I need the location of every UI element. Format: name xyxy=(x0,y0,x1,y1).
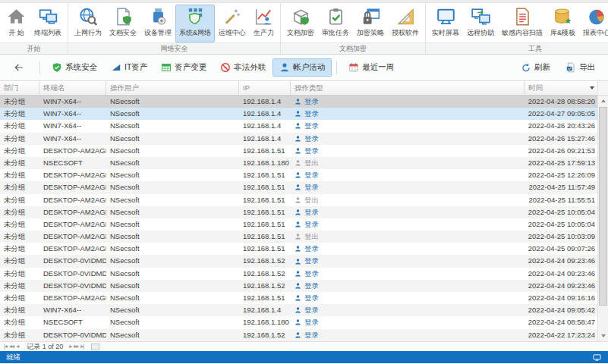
illegal-conn-icon xyxy=(220,62,231,73)
pager-prev-page-button[interactable]: ◂◂ xyxy=(9,343,14,350)
scroll-down-button[interactable] xyxy=(598,331,608,341)
toolbar-tab-it-asset[interactable]: IT资产 xyxy=(104,58,154,77)
cell-dept: 未分组 xyxy=(0,120,39,132)
ribbon-item-licensed-sw[interactable]: 授权软件 xyxy=(388,5,423,42)
cell-user: NSecsoft xyxy=(106,292,239,304)
table-row[interactable]: 未分组 WIN7-X64-- NSecsoft 192.168.1.4 登录 2… xyxy=(0,133,597,145)
scroll-up-button[interactable] xyxy=(598,96,608,106)
ribbon-item-remote-assist[interactable]: 远程协助 xyxy=(463,5,498,42)
column-header[interactable]: 终端名 xyxy=(39,81,106,95)
ribbon-item-encrypt-policy[interactable]: 加密策略 xyxy=(353,5,388,42)
cell-action: 登录 xyxy=(291,280,525,292)
cell-dept: 未分组 xyxy=(0,231,39,243)
table-row[interactable]: 未分组 DESKTOP-AM2AGL3 NSecsoft 192.168.1.5… xyxy=(0,292,597,304)
ribbon-item-report-center[interactable]: 报表中心 xyxy=(579,5,608,42)
cell-ip: 192.168.1.180 xyxy=(239,316,291,328)
refresh-button[interactable]: 刷新 xyxy=(514,58,557,77)
table-row[interactable]: 未分组 WIN7-X64-- NSecsoft 192.168.1.4 登录 2… xyxy=(0,304,597,316)
ribbon-item-ops-center[interactable]: 运维中心 xyxy=(215,5,250,42)
cell-user: NSecsoft xyxy=(106,316,239,328)
ribbon-item-terminals[interactable]: 终端列表 xyxy=(30,5,65,42)
remote-assist-icon xyxy=(471,7,491,27)
ribbon-item-realtime-screen[interactable]: 实时屏幕 xyxy=(428,5,463,42)
cell-terminal: DESKTOP-AM2AGL3 xyxy=(39,206,106,218)
table-row[interactable]: 未分组 DESKTOP-AM2AGL3 NSecsoft 192.168.1.5… xyxy=(0,243,597,255)
cell-ip: 192.168.1.52 xyxy=(239,255,291,267)
table-row[interactable]: 未分组 WIN7-X64-- NSecsoft 192.168.1.4 登录 2… xyxy=(0,96,597,108)
table-row[interactable]: 未分组 DESKTOP-0VIDMDJ NSecsoft 192.168.1.5… xyxy=(0,268,597,280)
table-row[interactable]: 未分组 NSECSOFT NSecsoft 192.168.1.180 登录 2… xyxy=(0,316,597,328)
cell-user: NSecsoft xyxy=(106,243,239,255)
vertical-scrollbar[interactable] xyxy=(597,81,608,341)
ribbon-item-doc-encrypt[interactable]: 文档加密 xyxy=(283,5,318,42)
toolbar-tab-account-activity[interactable]: 帐户活动 xyxy=(272,58,332,77)
pager-next-page-button[interactable]: ▸▸ xyxy=(74,343,78,350)
ribbon-item-approval[interactable]: 审批任务 xyxy=(318,5,353,42)
cell-ip: 192.168.1.51 xyxy=(239,181,291,193)
cell-ip: 192.168.1.52 xyxy=(239,280,291,292)
table-row[interactable]: 未分组 DESKTOP-0VIDMDJ NSecsoft 192.168.1.5… xyxy=(0,255,597,267)
ops-center-icon xyxy=(222,7,243,27)
column-header[interactable]: 操作类型 xyxy=(291,81,525,95)
ribbon-item-doc-security[interactable]: 文档安全 xyxy=(106,5,140,42)
ribbon-item-device-mgmt[interactable]: 设备管理 xyxy=(140,5,175,42)
cell-user: NSecsoft xyxy=(106,194,239,206)
device-mgmt-icon xyxy=(148,7,169,27)
cell-user: NSecsoft xyxy=(106,157,239,169)
cell-dept: 未分组 xyxy=(0,194,39,206)
cell-time: 2022-04-25 10:05:04 xyxy=(525,206,597,218)
ribbon-item-productivity[interactable]: 生产力 xyxy=(250,5,278,42)
table-row[interactable]: 未分组 DESKTOP-0VIDMDJ NSecsoft 192.168.1.5… xyxy=(0,280,597,292)
action-label: 登录 xyxy=(304,243,319,255)
ribbon-item-label: 加密策略 xyxy=(357,28,384,38)
cell-time: 2022-04-25 09:07:26 xyxy=(525,243,597,255)
cell-dept: 未分组 xyxy=(0,181,39,193)
table-row[interactable]: 未分组 DESKTOP-AM2AGL3 NSecsoft 192.168.1.5… xyxy=(0,145,597,157)
toolbar-tab-illegal-conn[interactable]: 非法外联 xyxy=(213,58,272,77)
export-button[interactable]: 导出 xyxy=(559,58,602,77)
action-label: 登录 xyxy=(304,181,319,193)
column-header[interactable]: 部门 xyxy=(0,81,39,95)
monitor-small-icon[interactable] xyxy=(592,353,602,362)
table-row[interactable]: 未分组 DESKTOP-AM2AGL3 NSecsoft 192.168.1.5… xyxy=(0,231,597,243)
cell-action: 登出 xyxy=(291,194,525,206)
pager-first-button[interactable]: |◂ xyxy=(4,343,7,350)
cell-user: NSecsoft xyxy=(106,218,239,231)
ribbon-item-library-template[interactable]: 库&模板 xyxy=(547,5,579,42)
table-row[interactable]: 未分组 WIN7-X64-- NSecsoft 192.168.1.4 登录 2… xyxy=(0,108,597,120)
table-row[interactable]: 未分组 DESKTOP-AM2AGL3 NSecsoft 192.168.1.5… xyxy=(0,169,597,181)
ribbon-item-system-network[interactable]: 系统&网络 xyxy=(175,5,215,42)
scrollbar-thumb[interactable] xyxy=(599,107,607,306)
toolbar-tab-shield-check[interactable]: 系统安全 xyxy=(45,58,104,77)
back-button[interactable] xyxy=(6,59,32,76)
cell-action: 登录 xyxy=(291,133,525,145)
table-row[interactable]: 未分组 DESKTOP-AM2AGL3 NSecsoft 192.168.1.5… xyxy=(0,181,597,193)
pager-record-text: 记录 1 of 20 xyxy=(27,342,63,352)
ribbon-item-content-scan[interactable]: 敏感内容扫描 xyxy=(498,5,547,42)
ribbon-item-home[interactable]: 开 始 xyxy=(2,5,30,42)
table-row[interactable]: 未分组 DESKTOP-0VIDMDJ NSecsoft 192.168.1.5… xyxy=(0,329,597,341)
cell-action: 登录 xyxy=(291,145,525,157)
table-row[interactable]: 未分组 WIN7-X64-- NSecsoft 192.168.1.4 登录 2… xyxy=(0,120,597,132)
pager-next-button[interactable]: ▸ xyxy=(69,343,71,350)
action-label: 登录 xyxy=(304,280,319,292)
pager-edit-box[interactable] xyxy=(91,344,99,350)
table-row[interactable]: 未分组 NSECSOFT NSecsoft 192.168.1.180 登出 2… xyxy=(0,157,597,169)
column-header[interactable]: 时间 xyxy=(525,81,597,95)
cell-user: NSecsoft xyxy=(106,96,239,108)
ribbon-item-web-behavior[interactable]: 上网行为 xyxy=(71,5,106,42)
column-header[interactable]: 操作用户 xyxy=(106,81,239,95)
table-row[interactable]: 未分组 DESKTOP-AM2AGL3 NSecsoft 192.168.1.5… xyxy=(0,194,597,206)
cell-terminal: DESKTOP-AM2AGL3 xyxy=(39,194,106,206)
cell-ip: 192.168.1.52 xyxy=(239,329,291,341)
column-header[interactable]: IP xyxy=(239,81,291,95)
pager-last-button[interactable]: ▸| xyxy=(80,343,83,350)
toolbar-tab-asset-change[interactable]: 资产变更 xyxy=(154,58,213,77)
view-toolbar: 系统安全 IT资产 资产变更 非法外联 帐户活动 最近一周 刷新 导出 xyxy=(0,55,608,81)
person-login-icon xyxy=(295,98,301,105)
toolbar-tab-recent-week[interactable]: 最近一周 xyxy=(342,58,401,77)
table-row[interactable]: 未分组 DESKTOP-AM2AGL3 NSecsoft 192.168.1.5… xyxy=(0,218,597,231)
table-row[interactable]: 未分组 DESKTOP-AM2AGL3 NSecsoft 192.168.1.5… xyxy=(0,206,597,218)
cell-time: 2022-04-25 11:57:49 xyxy=(525,181,597,193)
pager-prev-button[interactable]: ◂ xyxy=(16,343,18,350)
